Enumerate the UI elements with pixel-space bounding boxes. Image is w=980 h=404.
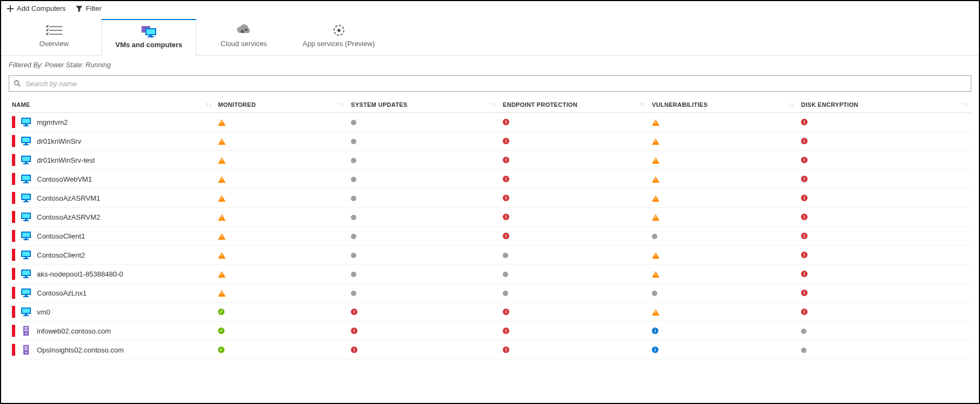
severity-bar — [12, 173, 15, 185]
table-row[interactable]: ContosoClient1!! — [9, 227, 971, 246]
unknown-icon — [652, 234, 657, 239]
error-icon: ! — [503, 309, 509, 315]
unknown-icon — [503, 291, 508, 296]
col-disk-encryption[interactable]: DISK ENCRYPTION↑↓ — [798, 97, 971, 113]
svg-rect-38 — [22, 214, 30, 218]
unknown-icon — [503, 253, 508, 258]
svg-rect-69 — [24, 349, 28, 350]
cloud-icon — [235, 24, 253, 36]
warning-icon — [652, 309, 659, 316]
search-box[interactable] — [9, 75, 971, 92]
filter-icon — [75, 5, 83, 12]
resource-name: dr01knWinSrv-test — [37, 156, 95, 164]
table-row[interactable]: ContosoWebVM1!! — [9, 170, 971, 189]
table-row[interactable]: ContosoAzLnx1! — [9, 284, 971, 303]
sort-icon: ↑↓ — [206, 101, 212, 107]
warning-icon — [218, 157, 226, 164]
error-icon: ! — [351, 309, 357, 315]
svg-rect-50 — [22, 271, 30, 275]
svg-rect-47 — [25, 257, 27, 258]
col-name[interactable]: NAME↑↓ — [9, 97, 215, 113]
vm-icon — [21, 306, 31, 317]
svg-rect-30 — [22, 176, 30, 180]
sort-icon: ↑↓ — [338, 101, 344, 107]
vm-icon — [21, 117, 31, 127]
table-header-row: NAME↑↓ MONITORED↑↓ SYSTEM UPDATES↑↓ ENDP… — [9, 97, 971, 113]
svg-rect-63 — [24, 329, 28, 330]
error-icon: ! — [503, 157, 509, 163]
filter-button[interactable]: Filter — [75, 4, 101, 12]
search-wrap — [1, 72, 979, 97]
error-icon: ! — [801, 119, 808, 125]
svg-rect-34 — [22, 195, 30, 199]
warning-icon — [652, 138, 659, 145]
error-icon: ! — [503, 347, 509, 353]
error-icon: ! — [503, 195, 509, 201]
resource-name: dr01knWinSrv — [37, 137, 81, 145]
svg-rect-54 — [22, 290, 30, 294]
svg-rect-59 — [25, 314, 27, 315]
sort-icon: ↑↓ — [962, 101, 968, 107]
svg-point-15 — [15, 81, 19, 85]
table-row[interactable]: aks-nodepool1-85388480-0! — [9, 265, 971, 284]
sort-icon: ↑↓ — [789, 101, 795, 107]
tab-cloud[interactable]: Cloud services — [196, 19, 291, 55]
col-vulnerabilities[interactable]: VULNERABILITIES↑↓ — [649, 97, 798, 113]
svg-rect-58 — [22, 309, 30, 313]
svg-rect-51 — [25, 276, 27, 277]
svg-point-65 — [25, 333, 27, 335]
tab-label: Cloud services — [221, 40, 267, 48]
unknown-icon — [801, 329, 806, 334]
svg-rect-36 — [23, 201, 29, 202]
tab-label: Overview — [39, 40, 68, 48]
table-row[interactable]: ContosoClient2! — [9, 246, 971, 265]
vm-icon — [21, 268, 31, 279]
svg-rect-52 — [23, 277, 29, 278]
svg-rect-68 — [24, 348, 28, 349]
tab-vms[interactable]: VMs and computers — [101, 19, 196, 56]
warning-icon — [218, 271, 226, 278]
table-row[interactable]: ContosoAzASRVM2!! — [9, 208, 971, 227]
table-row[interactable]: infoweb02.contoso.com✓!!i — [9, 322, 971, 341]
search-input[interactable] — [24, 79, 966, 88]
svg-point-11 — [241, 30, 244, 33]
error-icon: ! — [351, 347, 357, 353]
table-row[interactable]: ContosoAzASRVM1!! — [9, 189, 971, 208]
tab-appsvc[interactable]: App services (Preview) — [291, 19, 386, 55]
svg-rect-27 — [25, 162, 27, 163]
warning-icon — [652, 214, 659, 221]
add-computers-button[interactable]: Add Computers — [7, 4, 66, 12]
warning-icon — [652, 271, 659, 278]
error-icon: ! — [801, 252, 808, 258]
col-monitored[interactable]: MONITORED↑↓ — [215, 97, 348, 113]
svg-rect-56 — [23, 296, 29, 297]
unknown-icon — [351, 158, 356, 163]
tab-label: App services (Preview) — [303, 40, 375, 48]
unknown-icon — [351, 177, 356, 182]
svg-rect-40 — [23, 220, 29, 221]
tab-overview[interactable]: Overview — [7, 19, 101, 55]
warning-icon — [652, 252, 659, 259]
table-row[interactable]: dr01knWinSrv!! — [9, 132, 971, 151]
warning-icon — [652, 195, 659, 202]
table-row[interactable]: vm0✓!!! — [9, 303, 971, 322]
table-row[interactable]: mgmtvm2!! — [9, 113, 971, 132]
unknown-icon — [351, 196, 356, 201]
warning-icon — [652, 119, 659, 126]
vm-icon — [21, 136, 31, 146]
svg-point-14 — [337, 29, 341, 32]
plus-icon — [7, 5, 14, 12]
vm-icon — [21, 249, 31, 260]
table-row[interactable]: dr01knWinSrv-test!! — [9, 151, 971, 170]
error-icon: ! — [801, 271, 808, 277]
col-system-updates[interactable]: SYSTEM UPDATES↑↓ — [348, 97, 499, 113]
table-row[interactable]: OpsInsights02.contoso.com✓!!i — [9, 341, 971, 360]
col-endpoint-protection[interactable]: ENDPOINT PROTECTION↑↓ — [499, 97, 649, 113]
svg-rect-55 — [25, 295, 27, 296]
unknown-icon — [801, 348, 806, 353]
filtered-by-text: Filtered By: Power State: Running — [1, 56, 979, 72]
resource-name: OpsInsights02.contoso.com — [37, 346, 124, 354]
warning-icon — [652, 176, 659, 183]
unknown-icon — [351, 139, 356, 144]
unknown-icon — [351, 234, 356, 239]
